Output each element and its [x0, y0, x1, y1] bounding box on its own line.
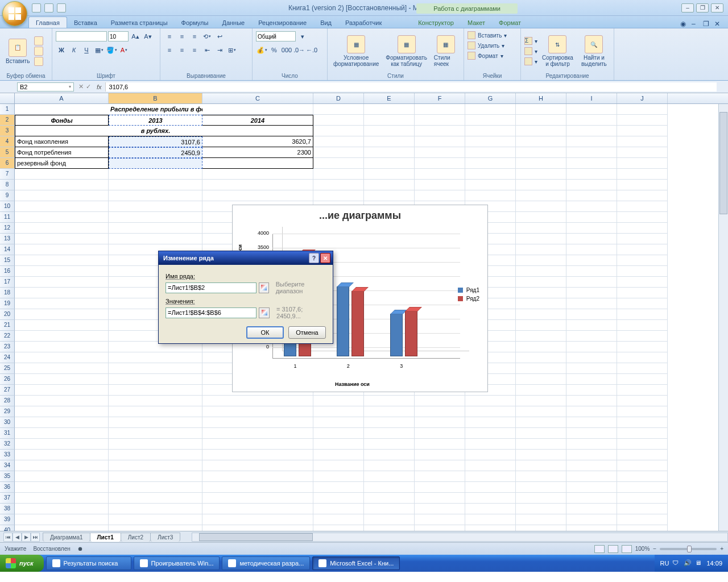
- font-family-select[interactable]: [56, 31, 107, 41]
- cell[interactable]: [313, 525, 364, 531]
- decrease-decimal-icon[interactable]: ←.0: [306, 44, 317, 56]
- ribbon-minimize-icon[interactable]: –: [692, 20, 700, 28]
- office-button[interactable]: [2, 1, 27, 26]
- cell[interactable]: [566, 406, 617, 417]
- view-normal-icon[interactable]: [594, 545, 605, 553]
- cell[interactable]: [364, 504, 415, 514]
- cell[interactable]: [313, 417, 364, 428]
- cell[interactable]: [415, 471, 465, 482]
- cell[interactable]: [516, 255, 566, 266]
- cell[interactable]: [15, 298, 109, 309]
- cell[interactable]: [566, 136, 617, 147]
- cell[interactable]: [109, 363, 202, 374]
- cell[interactable]: [516, 482, 566, 493]
- tray-icon[interactable]: 🔊: [684, 559, 692, 567]
- cell[interactable]: [15, 223, 109, 234]
- cell[interactable]: [566, 504, 617, 514]
- row-header[interactable]: 39: [0, 514, 15, 525]
- cell[interactable]: [617, 385, 668, 396]
- view-page-layout-icon[interactable]: [608, 545, 618, 553]
- cell[interactable]: [566, 190, 617, 201]
- cell[interactable]: [109, 406, 202, 417]
- cell[interactable]: [516, 234, 566, 244]
- cell[interactable]: [415, 158, 465, 169]
- row-header[interactable]: 8: [0, 180, 15, 190]
- tab-page-layout[interactable]: Разметка страницы: [104, 17, 175, 28]
- tab-formulas[interactable]: Формулы: [175, 17, 216, 28]
- cell[interactable]: [364, 158, 415, 169]
- cell[interactable]: [364, 471, 415, 482]
- cell[interactable]: [516, 126, 566, 136]
- cell[interactable]: [465, 504, 516, 514]
- cell[interactable]: [617, 298, 668, 309]
- cell[interactable]: [465, 460, 516, 471]
- cell[interactable]: [415, 169, 465, 180]
- cell[interactable]: [15, 266, 109, 277]
- cell[interactable]: [566, 234, 617, 244]
- fx-icon[interactable]: fx: [93, 84, 105, 90]
- cell[interactable]: [109, 396, 202, 406]
- cell[interactable]: [109, 352, 202, 363]
- cell[interactable]: [15, 514, 109, 525]
- cell[interactable]: [202, 525, 313, 531]
- cell[interactable]: [516, 331, 566, 342]
- row-header[interactable]: 25: [0, 363, 15, 374]
- cell[interactable]: [566, 352, 617, 363]
- cell[interactable]: [617, 288, 668, 298]
- sheet-nav-next-icon[interactable]: ▶: [22, 533, 31, 542]
- cell[interactable]: [415, 525, 465, 531]
- cell[interactable]: [313, 428, 364, 439]
- cell[interactable]: [415, 439, 465, 450]
- cell[interactable]: [617, 450, 668, 460]
- cell[interactable]: [566, 212, 617, 223]
- cell[interactable]: [465, 514, 516, 525]
- cell[interactable]: [465, 180, 516, 190]
- cell[interactable]: [465, 115, 516, 126]
- cell[interactable]: [617, 374, 668, 385]
- cell[interactable]: [364, 104, 415, 115]
- sort-filter-button[interactable]: ⇅Сортировка и фильтр: [540, 34, 576, 68]
- cell[interactable]: [516, 244, 566, 255]
- cell[interactable]: [465, 126, 516, 136]
- cell[interactable]: [566, 223, 617, 234]
- cell[interactable]: [566, 277, 617, 288]
- select-all-corner[interactable]: [0, 93, 15, 103]
- series-values-input[interactable]: [166, 307, 257, 318]
- cell[interactable]: [617, 104, 668, 115]
- cell[interactable]: [617, 482, 668, 493]
- cell[interactable]: [15, 288, 109, 298]
- cell[interactable]: [617, 201, 668, 212]
- cell[interactable]: [415, 417, 465, 428]
- cell[interactable]: [516, 115, 566, 126]
- row-header[interactable]: 30: [0, 417, 15, 428]
- cell[interactable]: [364, 147, 415, 158]
- cell[interactable]: [617, 244, 668, 255]
- cell[interactable]: [313, 147, 364, 158]
- cell[interactable]: [566, 331, 617, 342]
- cell[interactable]: [109, 374, 202, 385]
- cell[interactable]: [15, 309, 109, 320]
- tab-chart-design[interactable]: Конструктор: [411, 17, 461, 28]
- cell[interactable]: [15, 244, 109, 255]
- cell[interactable]: [566, 298, 617, 309]
- cell[interactable]: [415, 126, 465, 136]
- cell[interactable]: [15, 277, 109, 288]
- cell[interactable]: [202, 169, 313, 180]
- cell[interactable]: [566, 374, 617, 385]
- cell[interactable]: [516, 406, 566, 417]
- cell[interactable]: [364, 136, 415, 147]
- cell[interactable]: 2300: [202, 147, 313, 158]
- cell[interactable]: [617, 428, 668, 439]
- row-header[interactable]: 29: [0, 406, 15, 417]
- cell[interactable]: [109, 190, 202, 201]
- cell[interactable]: [465, 406, 516, 417]
- cell[interactable]: [415, 190, 465, 201]
- number-format-dd[interactable]: ▾: [297, 31, 308, 42]
- cell[interactable]: [313, 460, 364, 471]
- cell[interactable]: [566, 104, 617, 115]
- cell[interactable]: [202, 180, 313, 190]
- row-header[interactable]: 40: [0, 525, 15, 531]
- cell[interactable]: [202, 396, 313, 406]
- cell[interactable]: [617, 158, 668, 169]
- cell[interactable]: 2013: [109, 115, 202, 126]
